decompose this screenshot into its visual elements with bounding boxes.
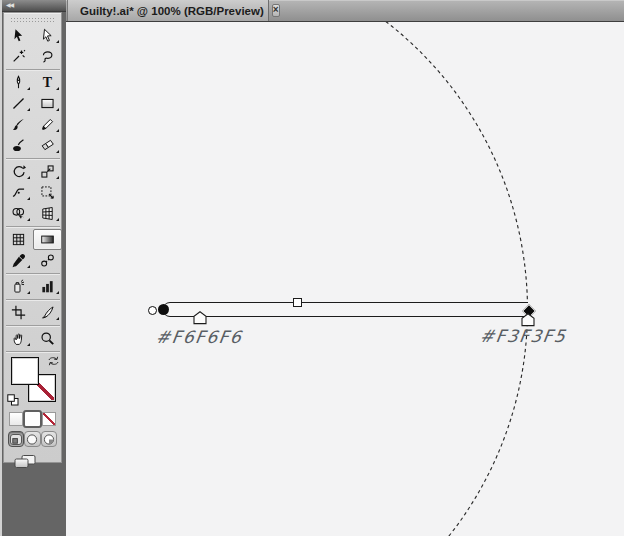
hand-tool[interactable] (4, 328, 33, 349)
draw-behind-button[interactable] (24, 431, 40, 447)
column-graph-tool[interactable] (33, 276, 62, 297)
pen-icon (11, 75, 26, 90)
swatch-area (4, 354, 62, 409)
mesh-icon (11, 232, 26, 247)
hand-icon (11, 331, 26, 346)
symbol-sprayer-tool[interactable] (4, 276, 33, 297)
gradient-icon (40, 232, 55, 247)
gradient-start-handle[interactable] (158, 304, 169, 315)
slice-tool[interactable] (33, 302, 62, 323)
direct-selection-icon (40, 28, 55, 43)
selection-tool[interactable] (4, 25, 33, 46)
eyedropper-tool[interactable] (4, 250, 33, 271)
perspective-grid-icon (40, 206, 55, 221)
slice-icon (40, 305, 55, 320)
draw-inside-button[interactable] (41, 431, 57, 447)
canvas[interactable]: #F6F6F6 #F3F3F5 (66, 22, 624, 536)
blob-brush-tool[interactable] (4, 135, 33, 156)
collapse-dock-icon[interactable]: ◀◀ (6, 1, 13, 8)
end-color-annotation: #F3F3F5 (479, 326, 568, 346)
swap-fill-stroke-icon[interactable] (47, 355, 60, 367)
type-icon: T (40, 75, 55, 90)
paintbrush-tool[interactable] (4, 114, 33, 135)
default-fill-stroke-icon[interactable] (7, 394, 19, 406)
shape-builder-icon (11, 206, 26, 221)
draw-behind-icon (25, 433, 39, 446)
pencil-tool[interactable] (33, 114, 62, 135)
draw-normal-icon (9, 433, 23, 446)
gradient-button[interactable] (23, 410, 41, 428)
blob-brush-icon (11, 138, 26, 153)
gradient-stop-start[interactable] (193, 311, 207, 325)
zoom-icon (40, 331, 55, 346)
gradient-stop-end[interactable] (521, 313, 535, 327)
zoom-tool[interactable] (33, 328, 62, 349)
panel-gripper[interactable] (10, 16, 55, 23)
artboard-tool[interactable] (4, 302, 33, 323)
gradient-extent-dashed-circle[interactable] (66, 22, 528, 536)
dock-header: ◀◀ (2, 0, 66, 12)
color-button[interactable] (9, 412, 23, 426)
start-color-annotation: #F6F6F6 (155, 327, 244, 347)
rectangle-tool[interactable] (33, 93, 62, 114)
rotate-tool[interactable] (4, 161, 33, 182)
tools-panel: T (3, 12, 62, 463)
gradient-origin-ring[interactable] (148, 306, 157, 315)
document-tab-bar: Guilty!.ai* @ 100% (RGB/Preview) × (66, 0, 624, 22)
gradient-midpoint-handle[interactable] (293, 298, 302, 307)
pen-tool[interactable] (4, 72, 33, 93)
lasso-icon (40, 49, 55, 64)
gradient-annotator-bar[interactable] (163, 302, 528, 317)
screen-mode-row (4, 450, 61, 470)
illustrator-window: ◀◀ T (0, 0, 624, 536)
gradient-extent-overlay (66, 22, 624, 536)
symbol-sprayer-icon (11, 279, 26, 294)
draw-inside-icon (42, 433, 56, 446)
direct-selection-tool[interactable] (33, 25, 62, 46)
lasso-tool[interactable] (33, 46, 62, 67)
line-segment-tool[interactable] (4, 93, 33, 114)
drawing-modes-row (4, 428, 61, 450)
free-transform-tool[interactable] (33, 182, 62, 203)
line-segment-icon (11, 96, 26, 111)
selection-icon (11, 28, 26, 43)
tools-dock: ◀◀ T (0, 0, 66, 536)
scale-icon (40, 164, 55, 179)
none-button[interactable] (42, 412, 56, 426)
type-tool[interactable]: T (33, 72, 62, 93)
change-screen-mode-icon[interactable] (13, 454, 37, 470)
width-tool-icon (11, 185, 26, 200)
mesh-tool[interactable] (4, 229, 33, 250)
scale-tool[interactable] (33, 161, 62, 182)
svg-text:T: T (43, 75, 53, 90)
eyedropper-icon (11, 253, 26, 268)
document-tab-title: Guilty!.ai* @ 100% (RGB/Preview) (80, 5, 264, 17)
blend-icon (40, 253, 55, 268)
free-transform-icon (40, 185, 55, 200)
shape-builder-tool[interactable] (4, 203, 33, 224)
tab-close-button[interactable]: × (272, 4, 280, 17)
paint-style-row (4, 409, 61, 428)
rotate-icon (11, 164, 26, 179)
eraser-tool[interactable] (33, 135, 62, 156)
blend-tool[interactable] (33, 250, 62, 271)
width-tool[interactable] (4, 182, 33, 203)
pencil-icon (40, 117, 55, 132)
gradient-tool[interactable] (33, 229, 62, 250)
magic-wand-tool[interactable] (4, 46, 33, 67)
artboard-icon (11, 305, 26, 320)
draw-normal-button[interactable] (8, 431, 24, 447)
document-tab[interactable]: Guilty!.ai* @ 100% (RGB/Preview) × (67, 0, 269, 21)
rectangle-icon (40, 96, 55, 111)
column-graph-icon (40, 279, 55, 294)
paintbrush-icon (11, 117, 26, 132)
fill-swatch[interactable] (11, 357, 39, 385)
perspective-grid-tool[interactable] (33, 203, 62, 224)
eraser-icon (40, 138, 55, 153)
magic-wand-icon (11, 49, 26, 64)
